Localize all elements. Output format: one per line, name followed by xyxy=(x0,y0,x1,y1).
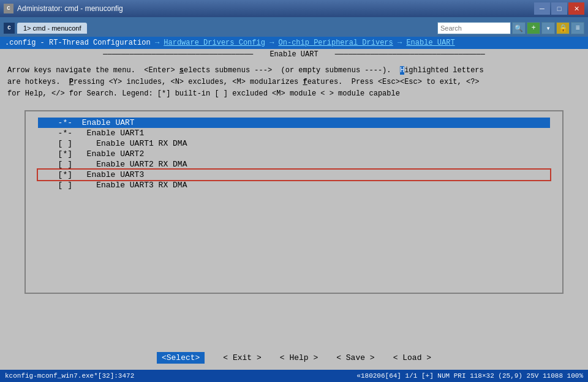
lock-button[interactable]: 🔒 xyxy=(556,22,570,34)
help-line3: for Help, </> for Search. Legend: [*] bu… xyxy=(7,88,581,100)
menu-row-uart2-dma[interactable]: [ ] Enable UART2 RX DMA xyxy=(38,159,550,170)
menu-row-label-6: Enable UART3 RX DMA xyxy=(75,181,187,190)
breadcrumb-hardware[interactable]: Hardware Drivers Config xyxy=(164,39,265,47)
window-title: Administrator: cmd - menuconfig xyxy=(17,4,123,13)
menu-row-label-1: Enable UART1 xyxy=(75,129,144,138)
menu-row-prefix-1: -*- xyxy=(38,129,75,138)
load-button[interactable]: < Load > xyxy=(393,353,431,362)
menu-title-text: Enable UART xyxy=(270,50,318,59)
maximize-button[interactable]: □ xyxy=(551,2,567,15)
button-bar: <Select> < Exit > < Help > < Save > < Lo… xyxy=(0,346,588,370)
menu-row-uart1-dma[interactable]: [ ] Enable UART1 RX DMA xyxy=(38,138,550,149)
save-button[interactable]: < Save > xyxy=(336,353,374,362)
search-button[interactable]: 🔍 xyxy=(512,22,526,34)
tab-label: 1> cmd - menuconf xyxy=(23,24,81,32)
status-right: «180206[64] 1/1 [+] NUM PRI 118×32 (25,9… xyxy=(356,372,583,380)
exit-button[interactable]: < Exit > xyxy=(223,353,261,362)
dropdown-button[interactable]: ▾ xyxy=(541,22,555,34)
menu-row-prefix-6: [ ] xyxy=(38,181,75,190)
menu-row-prefix-5: [*] xyxy=(38,170,75,179)
content-area: .config - RT-Thread Configuration → Hard… xyxy=(0,37,588,370)
help-button[interactable]: < Help > xyxy=(280,353,318,362)
menu-row-enable-uart[interactable]: -*- Enable UART xyxy=(38,118,550,128)
menu-row-label-0: Enable UART xyxy=(75,118,135,127)
app-icon: C xyxy=(4,4,13,13)
close-button[interactable]: ✕ xyxy=(568,2,584,15)
add-button[interactable]: + xyxy=(527,22,540,34)
tab-icon: C xyxy=(4,23,15,34)
search-input[interactable] xyxy=(437,22,511,34)
menu-row-label-3: Enable UART2 xyxy=(75,149,144,159)
select-button[interactable]: <Select> xyxy=(157,352,205,364)
breadcrumb-onchip[interactable]: On-chip Peripheral Drivers xyxy=(279,39,393,47)
menu-row-label-2: Enable UART1 RX DMA xyxy=(75,139,187,148)
menu-area: -*- Enable UART -*- Enable UART1 [ ] Ena… xyxy=(0,105,588,346)
menu-row-label-5: Enable UART3 xyxy=(75,170,144,179)
help-area: Arrow keys navigate the menu. <Enter> se… xyxy=(0,60,588,105)
minimize-button[interactable]: ─ xyxy=(534,2,550,15)
menu-button[interactable]: ≡ xyxy=(571,22,584,34)
menu-row-uart1[interactable]: -*- Enable UART1 xyxy=(38,128,550,138)
menu-row-label-4: Enable UART2 RX DMA xyxy=(75,160,187,169)
tab-item[interactable]: 1> cmd - menuconf xyxy=(17,23,87,34)
menu-row-prefix-3: [*] xyxy=(38,149,75,159)
menu-row-uart2[interactable]: [*] Enable UART2 xyxy=(38,149,550,159)
tab-bar: C 1> cmd - menuconf 🔍 + ▾ 🔒 ≡ xyxy=(0,17,588,37)
rt-thread-config: RT-Thread Configuration xyxy=(49,39,151,47)
menu-row-uart3[interactable]: [*] Enable UART3 xyxy=(38,170,550,180)
menu-row-prefix-4: [ ] xyxy=(38,160,75,169)
breadcrumb-enable-uart[interactable]: Enable UART xyxy=(406,39,454,47)
menu-row-prefix-2: [ ] xyxy=(38,139,75,148)
title-bar: C Administrator: cmd - menuconfig ─ □ ✕ xyxy=(0,0,588,17)
config-text: .config xyxy=(5,39,36,47)
menu-row-prefix-0: -*- xyxy=(38,118,75,127)
menu-row-uart3-dma[interactable]: [ ] Enable UART3 RX DMA xyxy=(38,180,550,190)
breadcrumb: .config - RT-Thread Configuration → Hard… xyxy=(0,37,588,49)
menu-title-bar: ────────────────────────────────── Enabl… xyxy=(0,49,588,60)
main-window: C Administrator: cmd - menuconfig ─ □ ✕ … xyxy=(0,0,588,382)
menu-box: -*- Enable UART -*- Enable UART1 [ ] Ena… xyxy=(24,110,564,294)
help-line1: Arrow keys navigate the menu. <Enter> se… xyxy=(7,65,581,77)
status-left: kconfig-mconf_win7.exe*[32]:3472 xyxy=(5,372,134,380)
help-line2: are hotkeys. Pressing <Y> includes, <N> … xyxy=(7,77,581,88)
status-bar: kconfig-mconf_win7.exe*[32]:3472 «180206… xyxy=(0,370,588,382)
search-box: 🔍 + ▾ 🔒 ≡ xyxy=(437,22,584,34)
